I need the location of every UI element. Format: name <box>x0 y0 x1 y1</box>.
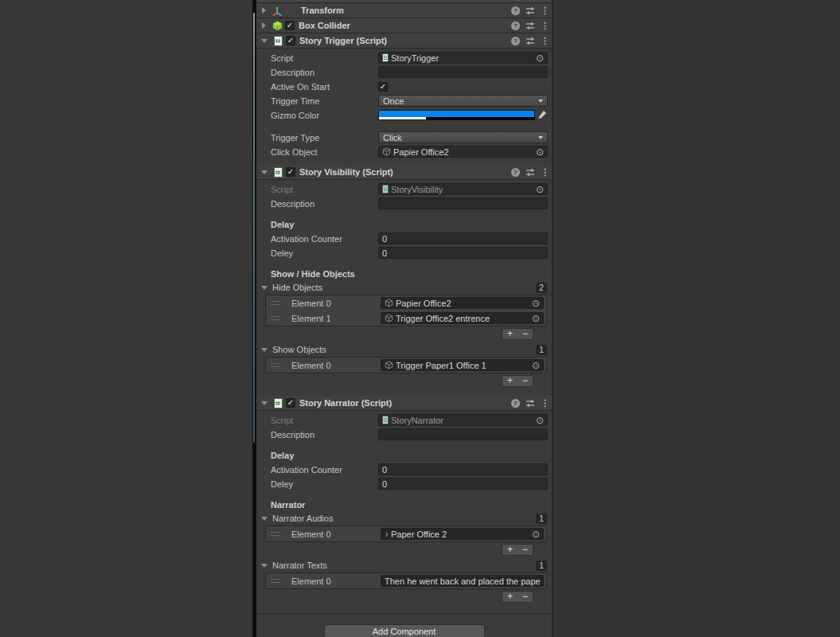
click-object-field[interactable]: Papier Office2 ⊙ <box>378 146 548 158</box>
description-input[interactable] <box>378 66 548 78</box>
help-icon[interactable]: ? <box>511 399 520 408</box>
activation-counter-input[interactable]: 0 <box>378 463 548 475</box>
list-item: Element 0 Papier Office2 ⊙ <box>266 295 546 311</box>
presets-icon[interactable] <box>525 399 535 408</box>
component-header-box-collider[interactable]: ✓ Box Collider ? ⋮ <box>256 18 552 33</box>
help-icon[interactable]: ? <box>511 168 520 177</box>
activation-counter-input[interactable]: 0 <box>378 233 548 244</box>
element-object-field[interactable]: Trigger Office2 entrence ⊙ <box>381 312 544 324</box>
component-header-story-visibility[interactable]: ✓ Story Visibility (Script) ? ⋮ <box>256 165 552 180</box>
help-icon[interactable]: ? <box>511 21 520 30</box>
drag-handle-icon[interactable] <box>271 363 280 367</box>
object-picker-icon[interactable]: ⊙ <box>532 299 540 308</box>
array-size-badge: 2 <box>536 283 547 293</box>
help-icon[interactable]: ? <box>511 37 520 45</box>
gameobject-icon <box>385 314 393 322</box>
more-menu-icon[interactable]: ⋮ <box>541 6 547 16</box>
component-enabled-checkbox[interactable]: ✓ <box>286 36 295 45</box>
component-title: Story Trigger (Script) <box>299 36 387 45</box>
drag-handle-icon[interactable] <box>271 301 280 305</box>
add-element-button[interactable]: + <box>502 592 518 602</box>
transform-icon <box>272 5 283 16</box>
add-component-button[interactable]: Add Component <box>324 624 485 637</box>
remove-element-button[interactable]: − <box>518 329 533 339</box>
add-element-button[interactable]: + <box>502 376 518 386</box>
foldout-collapsed-icon[interactable] <box>262 7 266 14</box>
element-value: Trigger Paper1 Office 1 <box>396 361 486 370</box>
field-label-description: Description <box>256 430 378 440</box>
field-label-script: Script <box>256 416 378 425</box>
object-picker-icon[interactable]: ⊙ <box>532 530 540 539</box>
object-picker-icon[interactable]: ⊙ <box>532 314 540 323</box>
component-header-transform[interactable]: Transform ? ⋮ <box>256 3 552 18</box>
foldout-expanded-icon[interactable] <box>261 170 268 174</box>
description-input[interactable] <box>378 197 548 209</box>
gizmo-color-swatch[interactable] <box>378 110 535 120</box>
deley-input[interactable]: 0 <box>378 478 548 490</box>
element-object-field[interactable]: Papier Office2 ⊙ <box>381 297 544 309</box>
story-trigger-body: Script StoryTrigger ⊙ Description Active… <box>256 49 552 165</box>
foldout-expanded-icon[interactable] <box>261 286 268 290</box>
add-element-button[interactable]: + <box>502 545 518 555</box>
component-header-story-narrator[interactable]: ✓ Story Narrator (Script) ? ⋮ <box>256 396 552 411</box>
remove-element-button[interactable]: − <box>518 545 533 555</box>
more-menu-icon[interactable]: ⋮ <box>541 398 547 408</box>
eyedropper-icon[interactable] <box>537 110 548 120</box>
foldout-collapsed-icon[interactable] <box>262 22 266 29</box>
object-picker-icon[interactable]: ⊙ <box>536 147 544 157</box>
element-object-field[interactable]: ♪ Paper Office 2 ⊙ <box>381 528 544 540</box>
object-picker-icon[interactable]: ⊙ <box>536 185 544 194</box>
hide-objects-foldout[interactable]: Hide Objects 2 <box>256 282 552 293</box>
foldout-expanded-icon[interactable] <box>261 401 268 405</box>
narrator-texts-foldout[interactable]: Narrator Texts 1 <box>256 560 552 571</box>
description-input[interactable] <box>378 428 548 440</box>
list-item: Element 0 Trigger Paper1 Office 1 ⊙ <box>266 358 546 373</box>
section-header-show-hide-objects: Show / Hide Objects <box>256 269 378 279</box>
foldout-expanded-icon[interactable] <box>261 348 268 352</box>
presets-icon[interactable] <box>525 168 535 177</box>
remove-element-button[interactable]: − <box>518 376 533 386</box>
element-object-field[interactable]: Trigger Paper1 Office 1 ⊙ <box>381 359 544 371</box>
scrollbar-thumb[interactable] <box>253 13 255 443</box>
more-menu-icon[interactable]: ⋮ <box>541 36 547 46</box>
component-header-story-trigger[interactable]: ✓ Story Trigger (Script) ? ⋮ <box>256 33 552 49</box>
right-pane <box>552 0 840 637</box>
more-menu-icon[interactable]: ⋮ <box>541 21 547 31</box>
help-icon[interactable]: ? <box>511 6 520 15</box>
narrator-audios-foldout[interactable]: Narrator Audios 1 <box>256 513 552 524</box>
add-element-button[interactable]: + <box>502 329 518 339</box>
object-picker-icon[interactable]: ⊙ <box>532 361 540 370</box>
foldout-expanded-icon[interactable] <box>261 564 268 568</box>
script-object-field[interactable]: StoryNarrator ⊙ <box>378 414 548 426</box>
script-object-field[interactable]: StoryTrigger ⊙ <box>378 52 548 64</box>
remove-element-button[interactable]: − <box>518 592 533 602</box>
presets-icon[interactable] <box>525 37 535 45</box>
object-picker-icon[interactable]: ⊙ <box>536 53 544 63</box>
element-value: Papier Office2 <box>396 299 451 308</box>
drag-handle-icon[interactable] <box>271 532 280 536</box>
element-text-input[interactable]: Then he went back and placed the pape <box>381 575 544 587</box>
script-object-field[interactable]: StoryVisibility ⊙ <box>378 183 548 195</box>
deley-input[interactable]: 0 <box>378 247 548 259</box>
component-enabled-checkbox[interactable]: ✓ <box>286 167 295 177</box>
trigger-type-dropdown[interactable]: Click <box>378 131 548 143</box>
script-file-icon <box>382 185 389 193</box>
drag-handle-icon[interactable] <box>271 316 280 320</box>
component-enabled-checkbox[interactable]: ✓ <box>285 21 295 30</box>
more-menu-icon[interactable]: ⋮ <box>541 167 547 178</box>
active-on-start-checkbox[interactable]: ✓ <box>378 82 388 92</box>
object-picker-icon[interactable]: ⊙ <box>536 416 544 425</box>
trigger-time-dropdown[interactable]: Once <box>378 95 548 107</box>
show-objects-foldout[interactable]: Show Objects 1 <box>256 344 552 355</box>
presets-icon[interactable] <box>525 21 535 30</box>
array-size-badge: 1 <box>536 345 547 355</box>
element-value: Trigger Office2 entrence <box>396 314 490 323</box>
array-label: Narrator Texts <box>272 561 327 570</box>
foldout-expanded-icon[interactable] <box>261 517 268 521</box>
foldout-expanded-icon[interactable] <box>261 39 268 43</box>
gameobject-icon <box>382 147 391 156</box>
drag-handle-icon[interactable] <box>271 579 280 583</box>
component-enabled-checkbox[interactable]: ✓ <box>286 398 295 408</box>
presets-icon[interactable] <box>525 6 535 15</box>
component-title: Story Narrator (Script) <box>299 398 392 408</box>
